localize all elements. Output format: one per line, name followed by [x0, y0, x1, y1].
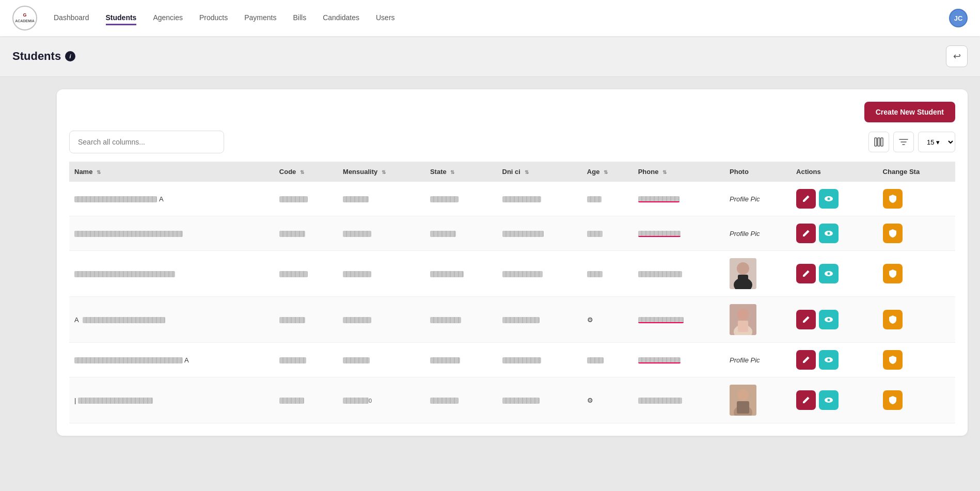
nav-agencies[interactable]: Agencies	[153, 11, 183, 25]
info-icon[interactable]: i	[65, 51, 75, 61]
action-buttons	[796, 310, 873, 329]
table-controls: 15 ▾ 25 50 100	[868, 132, 955, 152]
main-content: Create New Student	[0, 77, 980, 448]
edit-button[interactable]	[796, 350, 816, 370]
cell-photo: Profile Pic	[724, 182, 791, 216]
nav-bills[interactable]: Bills	[293, 11, 306, 25]
view-button[interactable]	[819, 224, 839, 243]
sort-arrows-mensuality: ⇅	[382, 169, 386, 175]
avatar[interactable]: JC	[949, 9, 968, 27]
sort-arrows-code: ⇅	[300, 169, 304, 175]
cell-state	[425, 216, 497, 251]
page-title-container: Students i	[12, 50, 75, 63]
app-logo: GACADEMIA	[12, 6, 37, 30]
cell-age: ⚙	[582, 297, 633, 343]
cell-name: |	[69, 377, 274, 423]
rows-per-page-select[interactable]: 15 ▾ 25 50 100	[918, 132, 955, 152]
back-button[interactable]: ↩	[946, 45, 968, 67]
cell-phone	[633, 343, 724, 377]
nav-dashboard[interactable]: Dashboard	[54, 11, 89, 25]
cell-dni	[497, 297, 582, 343]
nav-payments[interactable]: Payments	[244, 11, 276, 25]
col-dni[interactable]: Dni ci ⇅	[497, 162, 582, 182]
action-buttons	[796, 189, 873, 209]
cell-phone	[633, 216, 724, 251]
table-header-row: Name ⇅ Code ⇅ Mensuality ⇅ State ⇅ Dni c…	[69, 162, 955, 182]
action-buttons	[796, 264, 873, 283]
svg-point-23	[828, 359, 830, 361]
cell-code	[274, 297, 338, 343]
edit-icon	[802, 229, 810, 237]
sort-arrows-age: ⇅	[604, 169, 608, 175]
col-state[interactable]: State ⇅	[425, 162, 497, 182]
svg-rect-27	[737, 401, 749, 414]
cell-dni	[497, 343, 582, 377]
svg-rect-13	[738, 275, 748, 286]
columns-toggle-button[interactable]	[868, 132, 889, 152]
col-age[interactable]: Age ⇅	[582, 162, 633, 182]
view-button[interactable]	[819, 189, 839, 209]
col-code[interactable]: Code ⇅	[274, 162, 338, 182]
edit-icon	[802, 270, 810, 278]
svg-rect-19	[738, 321, 748, 332]
cell-actions	[791, 216, 878, 251]
svg-rect-0	[875, 138, 877, 146]
cell-phone	[633, 297, 724, 343]
cell-change-state	[878, 343, 955, 377]
change-state-button[interactable]	[883, 390, 903, 410]
cell-name	[69, 251, 274, 297]
table-row: Profile Pic	[69, 216, 955, 251]
view-button[interactable]	[819, 264, 839, 283]
col-phone[interactable]: Phone ⇅	[633, 162, 724, 182]
nav-students[interactable]: Students	[106, 11, 137, 25]
cell-mensuality: 0	[338, 377, 425, 423]
edit-button[interactable]	[796, 224, 816, 243]
cell-actions	[791, 297, 878, 343]
cell-photo	[724, 377, 791, 423]
view-button[interactable]	[819, 390, 839, 410]
nav-users[interactable]: Users	[376, 11, 395, 25]
change-state-button[interactable]	[883, 350, 903, 370]
table-row: | 0 ⚙	[69, 377, 955, 423]
edit-icon	[802, 315, 810, 324]
change-state-button[interactable]	[883, 264, 903, 283]
table-row: A Profile Pic	[69, 343, 955, 377]
edit-button[interactable]	[796, 390, 816, 410]
cell-name: A	[69, 343, 274, 377]
cell-mensuality	[338, 182, 425, 216]
edit-button[interactable]	[796, 264, 816, 283]
nav-candidates[interactable]: Candidates	[323, 11, 359, 25]
search-input[interactable]	[69, 131, 224, 153]
sort-arrows-phone: ⇅	[662, 169, 667, 175]
eye-icon	[824, 357, 833, 363]
eye-icon	[824, 230, 833, 236]
create-new-student-button[interactable]: Create New Student	[864, 102, 955, 122]
edit-icon	[802, 195, 810, 203]
cell-name: A	[69, 182, 274, 216]
student-photo	[730, 258, 756, 289]
col-mensuality[interactable]: Mensuality ⇅	[338, 162, 425, 182]
cell-change-state	[878, 251, 955, 297]
view-button[interactable]	[819, 350, 839, 370]
change-state-button[interactable]	[883, 189, 903, 209]
cell-photo	[724, 251, 791, 297]
shield-icon	[889, 194, 897, 203]
svg-point-29	[828, 399, 830, 402]
nav-products[interactable]: Products	[199, 11, 228, 25]
cell-age	[582, 216, 633, 251]
change-state-button[interactable]	[883, 224, 903, 243]
cell-code	[274, 182, 338, 216]
filter-button[interactable]	[893, 132, 914, 152]
action-buttons	[796, 224, 873, 243]
edit-button[interactable]	[796, 189, 816, 209]
col-name[interactable]: Name ⇅	[69, 162, 274, 182]
view-button[interactable]	[819, 310, 839, 329]
eye-icon	[824, 316, 833, 323]
shield-icon	[889, 229, 897, 238]
change-state-button[interactable]	[883, 310, 903, 329]
cell-state	[425, 182, 497, 216]
table-row: A Profile Pic	[69, 182, 955, 216]
edit-button[interactable]	[796, 310, 816, 329]
eye-icon	[824, 397, 833, 403]
svg-point-25	[737, 389, 749, 401]
